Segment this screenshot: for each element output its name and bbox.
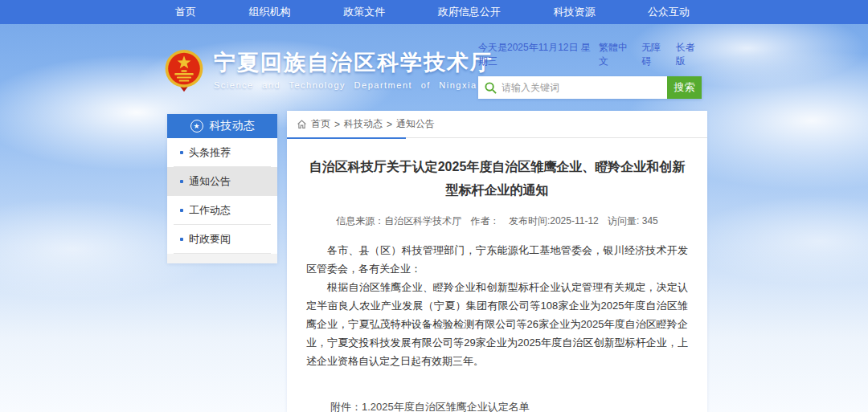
sidebar-item-headlines[interactable]: 头条推荐: [167, 138, 277, 167]
home-icon: [297, 119, 307, 129]
attachments-block: 附件： 1.2025年度自治区雏鹰企业认定名单 2.2025年度自治区瞪羚企业认…: [330, 398, 688, 412]
article-paragraph: 各市、县（区）科技管理部门，宁东能源化工基地管委会，银川经济技术开发区管委会，各…: [306, 241, 688, 278]
link-traditional-chinese[interactable]: 繁體中文: [599, 41, 633, 68]
article: 自治区科技厅关于认定2025年度自治区雏鹰企业、瞪羚企业和创新型标杆企业的通知 …: [287, 138, 707, 412]
breadcrumb-accent-line: [287, 137, 406, 139]
search-icon: [485, 82, 497, 94]
breadcrumb-notices[interactable]: 通知公告: [396, 117, 435, 131]
nav-item-gov-info[interactable]: 政府信息公开: [438, 5, 501, 19]
nav-item-home[interactable]: 首页: [175, 5, 196, 19]
breadcrumb: 首页 > 科技动态 > 通知公告: [287, 111, 707, 138]
sidebar-footer-strip: [167, 254, 277, 263]
sidebar-item-label: 通知公告: [189, 174, 231, 189]
search-input[interactable]: [502, 82, 661, 93]
breadcrumb-separator: >: [334, 119, 340, 130]
article-paragraph: 根据自治区雏鹰企业、瞪羚企业和创新型标杆企业认定管理有关规定，决定认定半亩良人农…: [306, 278, 688, 371]
top-navigation: 首页 组织机构 政策文件 政府信息公开 科技资源 公众互动: [0, 0, 868, 24]
site-subtitle: Science and Technology Department of Nin…: [214, 80, 493, 90]
article-title: 自治区科技厅关于认定2025年度自治区雏鹰企业、瞪羚企业和创新型标杆企业的通知: [306, 156, 688, 202]
main-content-panel: 首页 > 科技动态 > 通知公告 自治区科技厅关于认定2025年度自治区雏鹰企业…: [287, 111, 707, 412]
bullet-icon: [180, 151, 183, 154]
meta-author: 作者：: [471, 215, 500, 226]
sidebar-sci-tech-news: ★ 科技动态 头条推荐 通知公告 工作动态 时政要闻: [167, 114, 277, 263]
sidebar-item-label: 头条推荐: [189, 145, 231, 160]
meta-source: 信息来源：自治区科学技术厅: [336, 215, 461, 226]
article-meta: 信息来源：自治区科学技术厅 作者： 发布时间:2025-11-12 访问量: 3…: [306, 214, 688, 228]
sidebar-item-label: 工作动态: [189, 203, 231, 218]
nav-item-policy[interactable]: 政策文件: [343, 5, 385, 19]
attachment-link-eagle-list[interactable]: 1.2025年度自治区雏鹰企业认定名单: [362, 398, 561, 412]
meta-views: 访问量: 345: [608, 215, 658, 226]
link-elderly-version[interactable]: 长者版: [676, 41, 702, 68]
nav-item-public-interaction[interactable]: 公众互动: [648, 5, 690, 19]
meta-publish-date: 发布时间:2025-11-12: [509, 215, 599, 226]
site-title: 宁夏回族自治区科学技术厅: [214, 50, 493, 75]
nav-item-organization[interactable]: 组织机构: [249, 5, 291, 19]
search-box: [478, 76, 667, 99]
sidebar-item-label: 时政要闻: [189, 232, 231, 247]
bullet-icon: [180, 238, 183, 241]
article-body: 各市、县（区）科技管理部门，宁东能源化工基地管委会，银川经济技术开发区管委会，各…: [306, 241, 688, 371]
link-accessibility[interactable]: 无障碍: [641, 41, 667, 68]
breadcrumb-home[interactable]: 首页: [311, 117, 330, 131]
bullet-icon: [180, 209, 183, 212]
site-brand: 宁夏回族自治区科学技术厅 Science and Technology Depa…: [162, 48, 493, 96]
breadcrumb-separator: >: [387, 119, 392, 130]
sidebar-item-work-news[interactable]: 工作动态: [167, 196, 277, 225]
star-circle-icon: ★: [190, 120, 203, 133]
header-utilities: 今天是2025年11月12日 星期三 繁體中文 无障碍 长者版 搜索: [478, 41, 702, 99]
sidebar-header: ★ 科技动态: [167, 114, 277, 138]
national-emblem-logo: [162, 48, 206, 96]
sidebar-title: 科技动态: [210, 119, 255, 133]
bullet-icon: [180, 180, 183, 183]
attachments-label: 附件：: [330, 398, 362, 412]
nav-item-sci-resources[interactable]: 科技资源: [553, 5, 595, 19]
sidebar-item-politics-news[interactable]: 时政要闻: [167, 225, 277, 254]
search-button[interactable]: 搜索: [667, 76, 702, 99]
sidebar-item-notices[interactable]: 通知公告: [167, 167, 277, 196]
today-date-text: 今天是2025年11月12日 星期三: [478, 41, 599, 68]
breadcrumb-sci-tech-news[interactable]: 科技动态: [344, 117, 383, 131]
